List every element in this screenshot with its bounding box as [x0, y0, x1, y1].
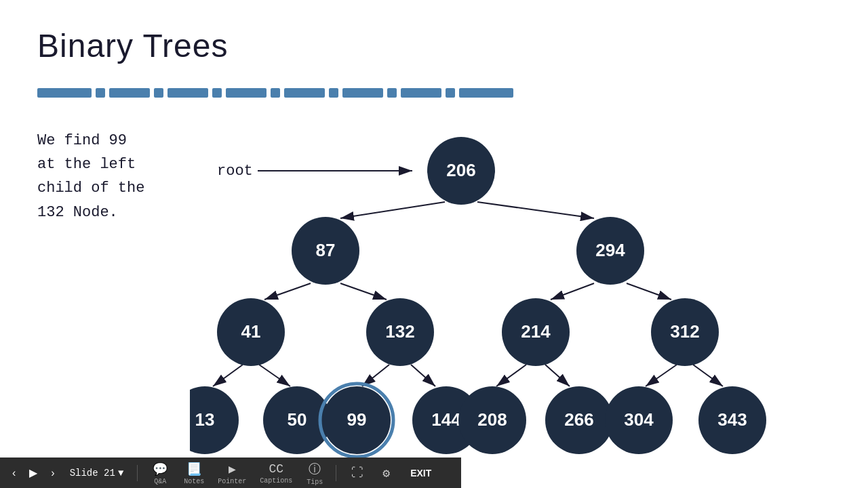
node-312-label: 312: [670, 321, 699, 342]
node-99-label: 99: [347, 409, 367, 430]
tips-label: Tips: [307, 479, 323, 486]
svg-line-15: [646, 365, 677, 386]
pointer-tool[interactable]: ▶ Pointer: [214, 459, 250, 487]
desc-line4: 132 Node.: [37, 201, 144, 224]
svg-line-3: [340, 202, 445, 218]
svg-line-16: [693, 365, 723, 386]
node-50-label: 50: [288, 409, 307, 430]
page-title: Binary Trees: [37, 27, 228, 64]
slide-indicator: Slide 21 ▼: [70, 468, 124, 479]
node-208-label: 208: [477, 409, 507, 430]
svg-line-9: [213, 365, 243, 386]
toolbar-divider-1: [137, 465, 138, 481]
node-13-label: 13: [195, 409, 215, 430]
pointer-label: Pointer: [218, 478, 246, 485]
node-206-label: 206: [446, 160, 475, 180]
notes-tool[interactable]: 📃 Notes: [180, 459, 208, 487]
svg-line-13: [496, 365, 526, 386]
notes-icon: 📃: [184, 460, 204, 478]
play-button[interactable]: ▶: [25, 464, 41, 482]
qa-tool[interactable]: 💬 Q&A: [146, 459, 174, 487]
deco-bar: [37, 88, 831, 98]
node-304-label: 304: [624, 409, 654, 430]
description-text: We find 99 at the left child of the 132 …: [37, 129, 144, 224]
svg-line-12: [411, 365, 435, 386]
next-slide-button[interactable]: ›: [47, 464, 58, 482]
node-343-label: 343: [717, 409, 747, 430]
captions-label: Captions: [260, 477, 292, 485]
svg-text:root: root: [217, 163, 253, 180]
tips-icon: ⓘ: [306, 460, 323, 479]
svg-line-11: [362, 365, 389, 386]
prev-slide-button[interactable]: ‹: [8, 464, 20, 482]
node-294-label: 294: [595, 240, 625, 260]
desc-line3: child of the: [37, 176, 144, 200]
captions-icon: CC: [267, 461, 287, 477]
node-41-label: 41: [241, 321, 261, 342]
svg-line-7: [551, 283, 594, 300]
svg-line-8: [627, 283, 671, 300]
settings-tool[interactable]: ⚙: [376, 463, 397, 483]
qa-label: Q&A: [154, 478, 166, 485]
slide-label: Slide 21: [70, 468, 115, 479]
node-144-label: 144: [431, 409, 461, 430]
desc-line1: We find 99: [37, 129, 144, 152]
node-132-label: 132: [385, 321, 414, 342]
node-214-label: 214: [521, 321, 551, 342]
svg-line-14: [545, 365, 570, 386]
fullscreen-tool[interactable]: ⛶: [344, 463, 370, 483]
node-87-label: 87: [316, 240, 336, 260]
fullscreen-icon: ⛶: [349, 464, 366, 481]
captions-tool[interactable]: CC Captions: [256, 460, 296, 486]
toolbar: ‹ ▶ › Slide 21 ▼ 💬 Q&A 📃 Notes ▶ Pointer…: [0, 458, 461, 488]
toolbar-divider-2: [336, 465, 336, 481]
exit-button[interactable]: EXIT: [405, 465, 437, 481]
gear-icon: ⚙: [380, 464, 393, 482]
tips-tool[interactable]: ⓘ Tips: [302, 458, 328, 487]
binary-tree-diagram: root 206 87 294 41 132 214 312 13: [190, 108, 841, 488]
node-266-label: 266: [564, 409, 593, 430]
pointer-icon: ▶: [226, 460, 239, 478]
qa-icon: 💬: [150, 460, 170, 478]
desc-line2: at the left: [37, 152, 144, 176]
svg-line-4: [477, 202, 594, 218]
svg-line-6: [340, 283, 387, 300]
svg-line-5: [264, 283, 311, 300]
slide-dropdown-icon[interactable]: ▼: [118, 468, 123, 479]
notes-label: Notes: [184, 478, 204, 485]
svg-line-10: [259, 365, 290, 386]
